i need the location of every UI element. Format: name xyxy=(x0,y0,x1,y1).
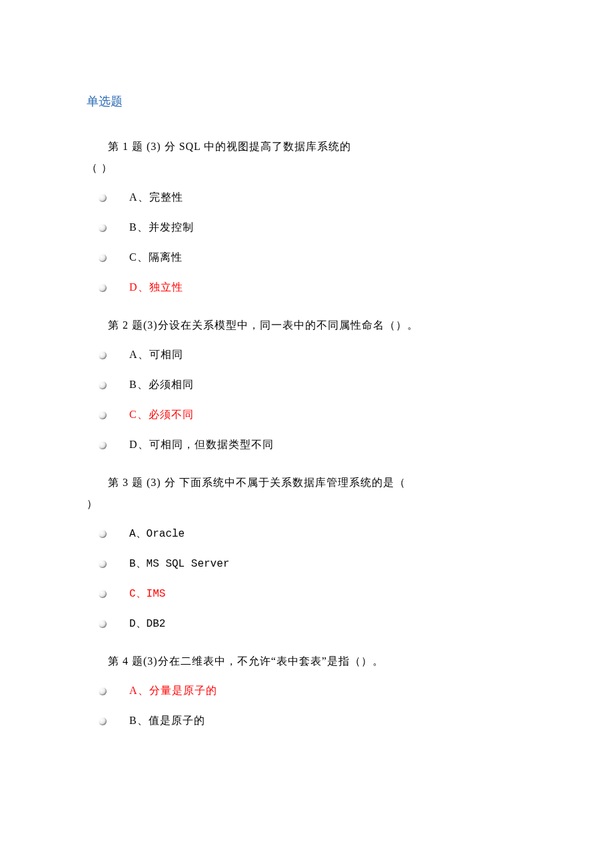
radio-icon xyxy=(99,284,107,292)
question-2: 第 2 题(3)分设在关系模型中，同一表中的不同属性命名（）。 A、可相同 B、… xyxy=(87,315,526,452)
radio-icon xyxy=(99,441,107,449)
question-1-line2: （ ） xyxy=(87,157,526,179)
radio-icon xyxy=(99,590,107,598)
question-2-option-a[interactable]: A、可相同 xyxy=(87,348,526,362)
radio-icon xyxy=(99,687,107,695)
question-3-line1: 第 3 题 (3) 分 下面系统中不属于关系数据库管理系统的是（ xyxy=(108,477,406,488)
question-2-text: 第 2 题(3)分设在关系模型中，同一表中的不同属性命名（）。 xyxy=(87,315,526,336)
question-2-line1: 第 2 题(3)分设在关系模型中，同一表中的不同属性命名（）。 xyxy=(108,319,418,331)
option-label: D、独立性 xyxy=(129,281,183,295)
radio-icon xyxy=(99,411,107,419)
option-label: D、可相同，但数据类型不同 xyxy=(129,438,274,452)
radio-icon xyxy=(99,530,107,538)
radio-icon xyxy=(99,254,107,262)
question-1: 第 1 题 (3) 分 SQL 中的视图提高了数据库系统的 （ ） A、完整性 … xyxy=(87,136,526,295)
option-label: B、MS SQL Server xyxy=(129,557,229,571)
radio-icon xyxy=(99,381,107,389)
question-1-text: 第 1 题 (3) 分 SQL 中的视图提高了数据库系统的 （ ） xyxy=(87,136,526,179)
question-3: 第 3 题 (3) 分 下面系统中不属于关系数据库管理系统的是（ ） A、Ora… xyxy=(87,472,526,631)
question-2-option-d[interactable]: D、可相同，但数据类型不同 xyxy=(87,438,526,452)
radio-icon xyxy=(99,351,107,359)
question-1-option-b[interactable]: B、并发控制 xyxy=(87,221,526,235)
question-2-option-b[interactable]: B、必须相同 xyxy=(87,378,526,392)
question-4-option-b[interactable]: B、值是原子的 xyxy=(87,714,526,728)
section-heading: 单选题 xyxy=(87,93,526,109)
option-label: A、完整性 xyxy=(129,191,183,205)
question-4-options: A、分量是原子的 B、值是原子的 xyxy=(87,684,526,728)
question-4-line1: 第 4 题(3)分在二维表中，不允许“表中套表”是指（）。 xyxy=(108,655,384,667)
option-label: A、Oracle xyxy=(129,527,185,541)
option-label: A、分量是原子的 xyxy=(129,684,217,698)
radio-icon xyxy=(99,717,107,725)
option-label: A、可相同 xyxy=(129,348,183,362)
question-3-options: A、Oracle B、MS SQL Server C、IMS D、DB2 xyxy=(87,527,526,631)
option-label: C、必须不同 xyxy=(129,408,194,422)
question-1-option-c[interactable]: C、隔离性 xyxy=(87,251,526,265)
option-label: B、必须相同 xyxy=(129,378,194,392)
option-label: C、隔离性 xyxy=(129,251,183,265)
question-3-option-b[interactable]: B、MS SQL Server xyxy=(87,557,526,571)
question-4-text: 第 4 题(3)分在二维表中，不允许“表中套表”是指（）。 xyxy=(87,651,526,672)
question-3-option-d[interactable]: D、DB2 xyxy=(87,617,526,631)
option-label: C、IMS xyxy=(129,587,165,601)
option-label: D、DB2 xyxy=(129,617,165,631)
radio-icon xyxy=(99,560,107,568)
radio-icon xyxy=(99,620,107,628)
question-3-option-a[interactable]: A、Oracle xyxy=(87,527,526,541)
question-1-line1: 第 1 题 (3) 分 SQL 中的视图提高了数据库系统的 xyxy=(108,141,351,152)
question-2-option-c[interactable]: C、必须不同 xyxy=(87,408,526,422)
question-2-options: A、可相同 B、必须相同 C、必须不同 D、可相同，但数据类型不同 xyxy=(87,348,526,452)
radio-icon xyxy=(99,194,107,202)
question-1-option-d[interactable]: D、独立性 xyxy=(87,281,526,295)
question-1-options: A、完整性 B、并发控制 C、隔离性 D、独立性 xyxy=(87,191,526,295)
question-3-text: 第 3 题 (3) 分 下面系统中不属于关系数据库管理系统的是（ ） xyxy=(87,472,526,515)
question-4: 第 4 题(3)分在二维表中，不允许“表中套表”是指（）。 A、分量是原子的 B… xyxy=(87,651,526,728)
option-label: B、值是原子的 xyxy=(129,714,205,728)
question-3-line2: ） xyxy=(87,493,526,515)
question-3-option-c[interactable]: C、IMS xyxy=(87,587,526,601)
radio-icon xyxy=(99,224,107,232)
option-label: B、并发控制 xyxy=(129,221,194,235)
question-4-option-a[interactable]: A、分量是原子的 xyxy=(87,684,526,698)
question-1-option-a[interactable]: A、完整性 xyxy=(87,191,526,205)
